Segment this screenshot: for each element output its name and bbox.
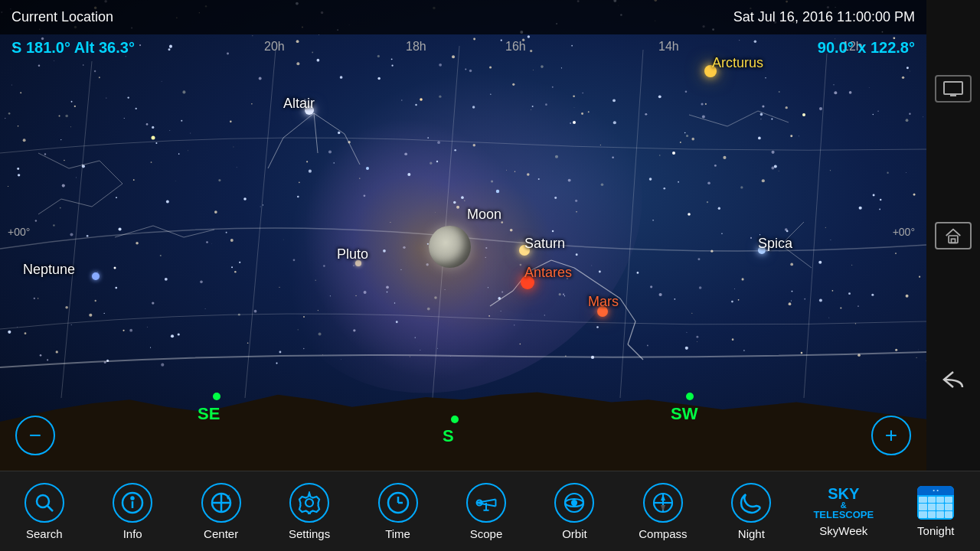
skyweek-button[interactable]: SKY & TELESCOPE SkyWeek: [802, 471, 886, 551]
tonight-icon-header: • •: [917, 486, 954, 495]
back-button[interactable]: [939, 369, 967, 396]
scope-button[interactable]: Scope: [448, 471, 524, 551]
datetime-label: Sat Jul 16, 2016 11:00:00 PM: [733, 9, 915, 25]
compass-icon-container: [643, 483, 683, 523]
clock-icon: [387, 491, 410, 514]
svg-marker-64: [661, 505, 665, 511]
orbit-label: Orbit: [562, 527, 587, 540]
scope-label: Scope: [470, 527, 503, 540]
svg-line-14: [283, 113, 314, 138]
svg-rect-37: [951, 239, 955, 243]
orbit-button[interactable]: Orbit: [536, 471, 612, 551]
svg-line-7: [574, 268, 597, 283]
display-button[interactable]: [935, 75, 972, 103]
zoom-in-icon: +: [885, 423, 897, 448]
altair-star: [305, 106, 314, 115]
svg-point-42: [132, 497, 134, 499]
svg-line-19: [38, 153, 69, 168]
se-compass-label: SE: [198, 404, 220, 424]
telescope-text: TELESCOPE: [813, 510, 874, 520]
svg-line-26: [727, 111, 758, 126]
svg-point-59: [572, 500, 577, 505]
svg-line-23: [61, 199, 92, 207]
home-button[interactable]: [935, 222, 972, 249]
svg-line-22: [92, 184, 122, 207]
sky-view[interactable]: Current Location Sat Jul 16, 2016 11:00:…: [0, 0, 926, 471]
center-button[interactable]: Center: [183, 471, 260, 551]
zoom-out-button[interactable]: −: [15, 416, 55, 455]
info-label: Info: [123, 527, 142, 540]
svg-line-13: [490, 291, 513, 306]
night-button[interactable]: Night: [713, 471, 789, 551]
gear-icon: [298, 491, 321, 514]
tonight-icon-grid: [917, 495, 954, 520]
skyweek-icon-container: SKY & TELESCOPE: [813, 486, 874, 520]
sw-compass-label: SW: [671, 404, 697, 424]
search-icon-container: [24, 483, 64, 523]
scope-icon-container: [466, 483, 506, 523]
time-button[interactable]: Time: [360, 471, 436, 551]
svg-line-39: [47, 506, 53, 511]
orbit-icon-container: [554, 483, 594, 523]
zoom-out-icon: −: [29, 423, 41, 448]
display-icon: [942, 80, 964, 97]
coords-bar: S 181.0° Alt 36.3° 90.0° x 122.8°: [0, 34, 926, 61]
time-icon-container: [378, 483, 418, 523]
svg-line-21: [100, 161, 122, 184]
settings-icon-container: [289, 483, 329, 523]
info-button[interactable]: Info: [94, 471, 171, 551]
svg-line-24: [38, 199, 61, 214]
svg-marker-63: [661, 494, 665, 500]
tonight-icon-dots: • •: [933, 487, 939, 494]
info-icon: [121, 491, 144, 514]
svg-point-38: [37, 495, 49, 507]
compass-button[interactable]: Compass: [625, 471, 701, 551]
coords-left: S 181.0° Alt 36.3°: [11, 39, 135, 57]
center-icon-container: [201, 483, 241, 523]
svg-line-31: [781, 222, 804, 245]
zoom-in-button[interactable]: +: [871, 416, 911, 455]
svg-line-28: [115, 226, 153, 237]
orbit-icon: [563, 491, 586, 514]
mars-planet: [597, 306, 608, 317]
svg-line-16: [314, 113, 318, 153]
svg-line-9: [620, 298, 635, 321]
svg-line-2: [433, 46, 459, 398]
info-icon-container: [113, 483, 152, 523]
s-compass-dot: [451, 416, 459, 423]
svg-line-4: [804, 54, 827, 398]
toolbar: Search Info Center: [0, 471, 980, 551]
svg-line-1: [245, 50, 276, 398]
search-button[interactable]: Search: [6, 471, 83, 551]
svg-line-15: [314, 113, 345, 134]
moon-object: [429, 226, 471, 268]
svg-line-17: [268, 138, 283, 168]
night-label: Night: [738, 527, 765, 540]
telescope-icon: [474, 492, 498, 514]
svg-line-5: [528, 260, 551, 272]
svg-rect-33: [944, 82, 962, 94]
svg-point-47: [305, 499, 313, 507]
settings-button[interactable]: Settings: [271, 471, 348, 551]
sw-compass-dot: [686, 393, 694, 400]
night-icon-container: [731, 483, 771, 523]
settings-label: Settings: [289, 527, 330, 540]
svg-line-25: [689, 115, 727, 126]
header-bar: Current Location Sat Jul 16, 2016 11:00:…: [0, 0, 926, 34]
tonight-button[interactable]: • • Tonight: [897, 471, 974, 551]
svg-line-6: [551, 260, 574, 268]
time-label: Time: [385, 527, 410, 540]
svg-line-32: [781, 245, 812, 268]
right-panel: [926, 0, 980, 471]
compass-icon: [652, 491, 675, 514]
spica-star: [758, 246, 766, 254]
tonight-icon-container: • •: [917, 486, 954, 520]
svg-line-8: [597, 283, 620, 298]
neptune-planet: [92, 272, 100, 280]
s-compass-label: S: [443, 426, 454, 446]
svg-line-3: [620, 50, 643, 398]
moon-icon: [740, 491, 763, 514]
sky-text: SKY: [828, 486, 859, 501]
deg-left-mid: +00°: [8, 226, 30, 238]
center-icon: [210, 491, 233, 514]
